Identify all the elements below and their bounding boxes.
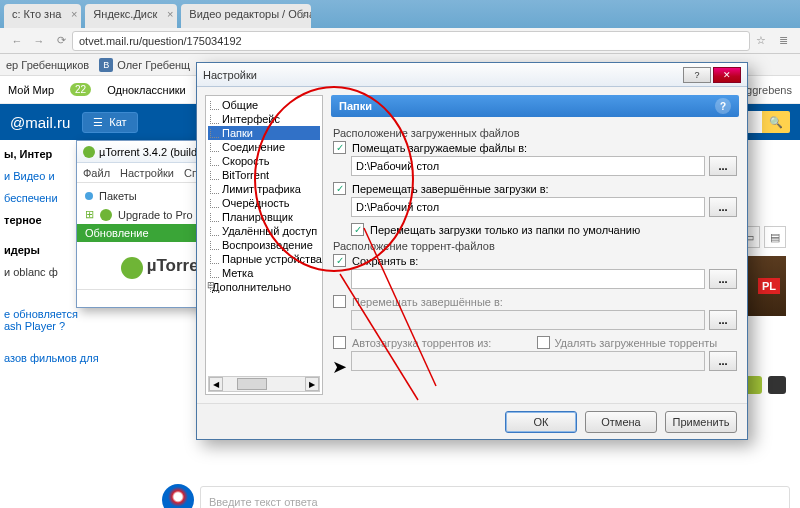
reload-icon[interactable]: ⟳ bbox=[50, 30, 72, 52]
dot-icon bbox=[85, 192, 93, 200]
checkbox-delete-loaded[interactable] bbox=[537, 336, 550, 349]
path-move-torrents bbox=[351, 310, 705, 330]
close-icon[interactable]: × bbox=[71, 8, 77, 20]
checkbox-put-downloading[interactable] bbox=[333, 141, 346, 154]
help-icon[interactable]: ? bbox=[715, 98, 731, 114]
path-completed[interactable] bbox=[351, 197, 705, 217]
tree-general[interactable]: Общие bbox=[208, 98, 320, 112]
tab-label: Яндекс.Диск bbox=[93, 8, 157, 20]
menu-icon[interactable]: ≣ bbox=[772, 30, 794, 52]
path-downloading[interactable] bbox=[351, 156, 705, 176]
tree-playback[interactable]: Воспроизведение bbox=[208, 238, 320, 252]
cancel-button[interactable]: Отмена bbox=[585, 411, 657, 433]
categories-button[interactable]: ☰ Кат bbox=[82, 112, 137, 133]
dialog-title: Настройки bbox=[203, 69, 257, 81]
tree-advanced[interactable]: Дополнительно bbox=[208, 280, 320, 294]
tree-paired[interactable]: Парные устройства bbox=[208, 252, 320, 266]
answer-input[interactable]: Введите текст ответа bbox=[200, 486, 790, 508]
star-icon[interactable]: ☆ bbox=[750, 30, 772, 52]
close-icon[interactable]: × bbox=[301, 8, 307, 20]
settings-tree[interactable]: Общие Интерфейс Папки Соединение Скорост… bbox=[205, 95, 323, 395]
checkbox-label: Сохранять в: bbox=[352, 255, 418, 267]
avatar bbox=[162, 484, 194, 508]
group-label: Расположение торрент-файлов bbox=[333, 240, 737, 252]
tree-label[interactable]: Метка bbox=[208, 266, 320, 280]
browser-tab[interactable]: Видео редакторы / Обла× bbox=[181, 4, 311, 28]
panel-heading: Папки ? bbox=[331, 95, 739, 117]
tree-queue[interactable]: Очерёдность bbox=[208, 196, 320, 210]
checkbox-save-torrents[interactable] bbox=[333, 254, 346, 267]
menu-file[interactable]: Файл bbox=[83, 167, 110, 179]
tree-remote[interactable]: Удалённый доступ bbox=[208, 224, 320, 238]
horizontal-scrollbar[interactable]: ◀▶ bbox=[208, 376, 320, 392]
back-icon[interactable]: ← bbox=[6, 30, 28, 52]
apple-icon[interactable] bbox=[768, 376, 786, 394]
ok-button[interactable]: ОК bbox=[505, 411, 577, 433]
bookmark-label: Олег Гребенщ bbox=[117, 59, 190, 71]
group-label: Расположение загруженных файлов bbox=[333, 127, 737, 139]
checkbox-autoload[interactable] bbox=[333, 336, 346, 349]
question-link[interactable]: азов фильмов для bbox=[4, 352, 156, 364]
dialog-titlebar[interactable]: Настройки ? ✕ bbox=[197, 63, 747, 87]
nav-link[interactable]: Одноклассники bbox=[107, 84, 186, 96]
checkbox-move-torrents[interactable] bbox=[333, 295, 346, 308]
checkbox-default-only[interactable] bbox=[351, 223, 364, 236]
question-link[interactable]: е обновляетсяash Player ? bbox=[4, 308, 156, 332]
browse-button[interactable]: ... bbox=[709, 269, 737, 289]
upgrade-icon bbox=[100, 209, 112, 221]
path-torrents[interactable] bbox=[351, 269, 705, 289]
close-button[interactable]: ✕ bbox=[713, 67, 741, 83]
browse-button[interactable]: ... bbox=[709, 197, 737, 217]
apply-button[interactable]: Применить bbox=[665, 411, 737, 433]
tree-speed[interactable]: Скорость bbox=[208, 154, 320, 168]
checkbox-label: Перемещать завершённые в: bbox=[352, 296, 503, 308]
tab-label: Видео редакторы / Обла bbox=[189, 8, 311, 20]
tab-label: с: Кто зна bbox=[12, 8, 61, 20]
browser-tab[interactable]: с: Кто зна× bbox=[4, 4, 81, 28]
tree-bittorrent[interactable]: BitTorrent bbox=[208, 168, 320, 182]
menu-settings[interactable]: Настройки bbox=[120, 167, 174, 179]
checkbox-label: Перемещать завершённые загрузки в: bbox=[352, 183, 549, 195]
browse-button[interactable]: ... bbox=[709, 351, 737, 371]
tree-traffic[interactable]: Лимит трафика bbox=[208, 182, 320, 196]
url-text: otvet.mail.ru/question/175034192 bbox=[79, 35, 242, 47]
search-icon: 🔍 bbox=[769, 116, 783, 128]
forward-icon[interactable]: → bbox=[28, 30, 50, 52]
browse-button[interactable]: ... bbox=[709, 156, 737, 176]
checkbox-label: Удалять загруженные торренты bbox=[554, 337, 717, 349]
close-icon[interactable]: × bbox=[167, 8, 173, 20]
browse-button[interactable]: ... bbox=[709, 310, 737, 330]
checkbox-move-completed[interactable] bbox=[333, 182, 346, 195]
search-button[interactable]: 🔍 bbox=[762, 111, 790, 133]
utorrent-icon bbox=[83, 146, 95, 158]
nav-link[interactable]: Мой Мир bbox=[8, 84, 54, 96]
settings-dialog: Настройки ? ✕ Общие Интерфейс Папки Соед… bbox=[196, 62, 748, 440]
mailru-logo[interactable]: @mail.ru bbox=[10, 114, 70, 131]
address-bar[interactable]: otvet.mail.ru/question/175034192 bbox=[72, 31, 750, 51]
browser-tab[interactable]: Яндекс.Диск× bbox=[85, 4, 177, 28]
badge: 22 bbox=[70, 83, 91, 96]
tree-scheduler[interactable]: Планировщик bbox=[208, 210, 320, 224]
path-autoload bbox=[351, 351, 705, 371]
placeholder-text: Введите текст ответа bbox=[209, 496, 318, 508]
bookmark-item[interactable]: ер Гребенщиков bbox=[6, 59, 89, 71]
tree-folders[interactable]: Папки bbox=[208, 126, 320, 140]
bookmark-label: ер Гребенщиков bbox=[6, 59, 89, 71]
view-icon[interactable]: ▤ bbox=[764, 226, 786, 248]
checkbox-label: Автозагрузка торрентов из: bbox=[352, 337, 491, 349]
help-button[interactable]: ? bbox=[683, 67, 711, 83]
window-title: µTorrent 3.4.2 (build 3 bbox=[99, 146, 206, 158]
checkbox-label: Перемещать загрузки только из папки по у… bbox=[370, 224, 640, 236]
cursor-icon: ➤ bbox=[332, 356, 347, 378]
tree-connection[interactable]: Соединение bbox=[208, 140, 320, 154]
checkbox-label: Помещать загружаемые файлы в: bbox=[352, 142, 527, 154]
bookmark-item[interactable]: BОлег Гребенщ bbox=[99, 58, 190, 72]
vk-icon: B bbox=[99, 58, 113, 72]
tree-interface[interactable]: Интерфейс bbox=[208, 112, 320, 126]
